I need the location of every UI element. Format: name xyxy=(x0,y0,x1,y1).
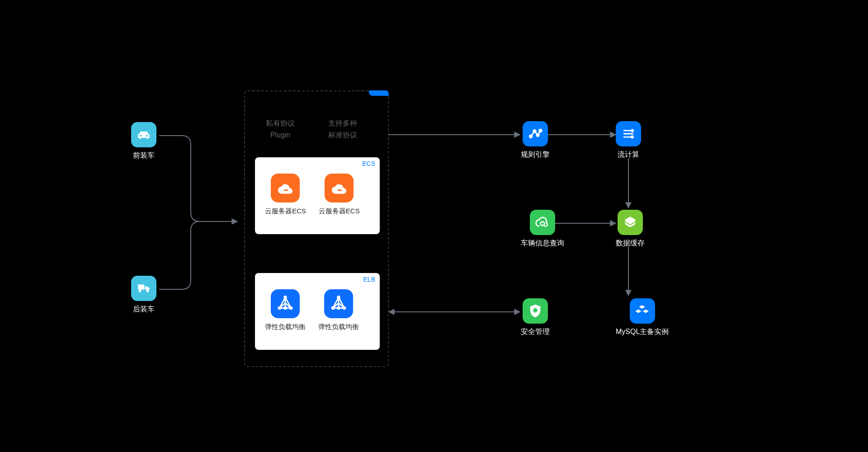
label-data-cache: 数据缓存 xyxy=(616,239,645,248)
svc-ecs-1: 云服务器ECS xyxy=(265,174,306,216)
tag-elb: ELB xyxy=(363,276,375,283)
cloud-server-icon xyxy=(271,174,300,202)
card-elb: ELB 弹性负载均衡 弹性负载均衡 xyxy=(255,273,380,350)
label-stream-compute: 流计算 xyxy=(618,150,639,160)
cache-icon xyxy=(618,210,643,235)
card-ecs: ECS 云服务器ECS 云服务器ECS xyxy=(255,157,380,234)
node-data-cache: 数据缓存 xyxy=(616,210,645,248)
svg-point-9 xyxy=(290,307,292,309)
truck-icon xyxy=(131,276,156,301)
svg-point-7 xyxy=(284,296,287,298)
svg-point-12 xyxy=(332,307,334,309)
svg-point-19 xyxy=(631,130,633,132)
car-icon xyxy=(131,122,156,147)
label-back-car: 后装车 xyxy=(133,305,155,314)
cluster-icon xyxy=(630,298,655,324)
node-rule-engine: 规则引擎 xyxy=(521,121,550,160)
graph-icon xyxy=(523,121,548,146)
label-vehicle-query: 车辆信息查询 xyxy=(521,239,564,248)
node-vehicle-query: 车辆信息查询 xyxy=(521,210,564,248)
svg-point-11 xyxy=(338,296,340,298)
svg-point-20 xyxy=(631,136,633,138)
label-rule-engine: 规则引擎 xyxy=(521,150,550,160)
protocol-panel: 私有协议 Plugin 支持多种 标准协议 ECS 云服务器ECS xyxy=(244,90,389,367)
svg-point-14 xyxy=(338,307,340,309)
stream-icon xyxy=(616,121,641,146)
node-security: 安全管理 xyxy=(521,298,550,337)
load-balancer-icon xyxy=(271,289,300,318)
svg-point-10 xyxy=(284,307,287,309)
panel-header-left: 私有协议 Plugin xyxy=(266,118,295,141)
load-balancer-icon xyxy=(324,289,353,318)
panel-tab xyxy=(369,90,389,96)
label-mysql: MySQL主备实例 xyxy=(616,327,669,337)
svc-elb-2: 弹性负载均衡 xyxy=(318,289,359,331)
shield-gear-icon xyxy=(523,298,548,324)
node-back-car: 后装车 xyxy=(131,276,156,314)
tag-ecs: ECS xyxy=(362,160,375,167)
label-front-car: 前装车 xyxy=(133,151,155,160)
cloud-server-icon xyxy=(325,174,354,202)
node-stream-compute: 流计算 xyxy=(616,121,641,160)
node-mysql: MySQL主备实例 xyxy=(616,298,669,337)
svg-point-13 xyxy=(343,307,345,309)
connector-lines xyxy=(86,54,782,398)
svg-point-8 xyxy=(278,307,281,309)
panel-header-right: 支持多种 标准协议 xyxy=(328,118,357,141)
label-security: 安全管理 xyxy=(521,327,550,337)
svc-ecs-2: 云服务器ECS xyxy=(319,174,360,216)
svc-elb-1: 弹性负载均衡 xyxy=(265,289,306,331)
node-front-car: 前装车 xyxy=(131,122,156,160)
cloud-search-icon xyxy=(530,210,555,235)
